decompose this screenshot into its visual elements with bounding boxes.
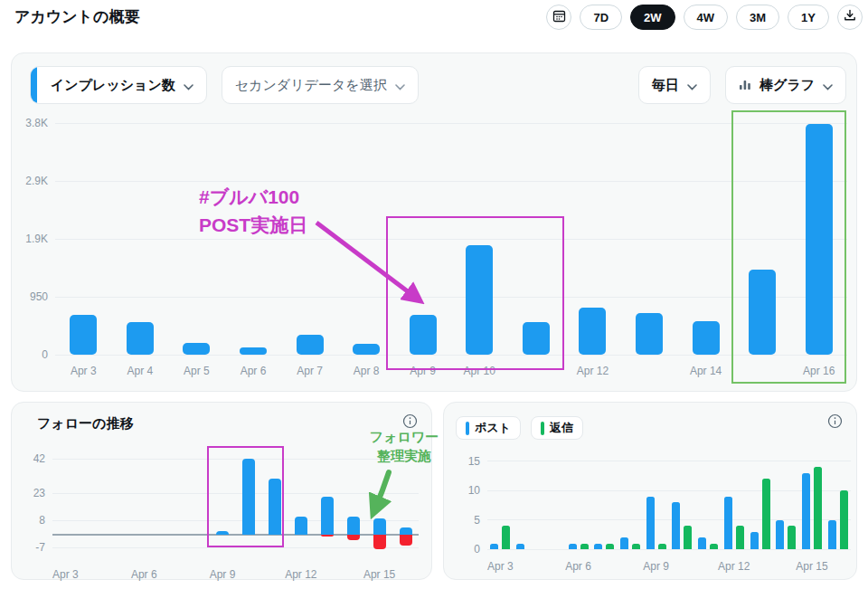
bar-posts bbox=[698, 537, 706, 549]
posts-replies-panel: ポスト 返信 051015Apr 3Apr 6Apr 9Apr 12Apr 15 bbox=[443, 402, 857, 580]
bar-follows bbox=[295, 517, 307, 535]
x-tick-label: Apr 6 bbox=[550, 560, 608, 573]
y-tick-label: 3.8K bbox=[14, 117, 48, 129]
bar-replies bbox=[658, 544, 666, 550]
gridline bbox=[52, 493, 419, 494]
bar-posts bbox=[594, 544, 602, 550]
gridline bbox=[487, 549, 851, 550]
bar-follows bbox=[400, 527, 412, 535]
range-button-4w[interactable]: 4W bbox=[684, 5, 729, 30]
bar-posts bbox=[828, 520, 836, 550]
x-tick-label: Apr 12 bbox=[272, 568, 330, 581]
bar-replies bbox=[762, 479, 770, 549]
y-tick-label: 15 bbox=[446, 455, 480, 468]
bar bbox=[693, 321, 720, 355]
bar bbox=[297, 335, 324, 355]
x-tick-label: Apr 9 bbox=[193, 568, 251, 581]
bar-replies bbox=[788, 526, 796, 549]
gridline bbox=[487, 461, 851, 461]
bar-follows bbox=[269, 479, 281, 535]
y-tick-label: 8 bbox=[11, 514, 45, 527]
bar-posts bbox=[516, 544, 524, 550]
bar-replies bbox=[580, 544, 589, 550]
zero-axis-line bbox=[52, 534, 419, 536]
gridline bbox=[55, 123, 847, 124]
bar-posts bbox=[672, 502, 680, 549]
bar-unfollows bbox=[373, 535, 386, 549]
bar-posts bbox=[490, 544, 498, 550]
bar bbox=[410, 315, 437, 355]
x-tick-label: Apr 14 bbox=[677, 365, 735, 377]
gridline bbox=[55, 355, 847, 356]
bar-follows bbox=[216, 531, 229, 535]
calendar-icon bbox=[552, 9, 566, 26]
plot-area bbox=[55, 123, 847, 355]
x-tick-label: Apr 9 bbox=[627, 560, 685, 573]
bar-posts bbox=[724, 497, 732, 550]
x-tick-label: Apr 7 bbox=[281, 365, 339, 377]
x-tick-label: Apr 3 bbox=[36, 568, 94, 581]
bar-replies bbox=[606, 544, 614, 550]
download-icon bbox=[844, 9, 856, 25]
bar-replies bbox=[502, 526, 510, 549]
x-tick-label: Apr 5 bbox=[167, 365, 225, 377]
x-tick-label: Apr 15 bbox=[783, 560, 841, 573]
bar bbox=[70, 315, 97, 355]
impressions-bar-chart: 09501.9K2.9K3.8KApr 3Apr 4Apr 5Apr 6Apr … bbox=[12, 53, 856, 391]
bar-posts bbox=[646, 497, 655, 550]
gridline bbox=[52, 459, 419, 460]
y-tick-label: 1.9K bbox=[14, 233, 48, 245]
gridline bbox=[52, 547, 419, 548]
x-tick-label: Apr 15 bbox=[351, 568, 409, 581]
bar-replies bbox=[840, 490, 848, 549]
gridline bbox=[55, 181, 847, 182]
range-button-2w[interactable]: 2W bbox=[630, 5, 675, 30]
bar-posts bbox=[620, 537, 628, 549]
date-range-toolbar: 7D 2W 4W 3M 1Y bbox=[546, 5, 863, 30]
plot-area bbox=[52, 450, 419, 556]
bar-follows bbox=[373, 518, 386, 535]
x-tick-label: Apr 3 bbox=[471, 560, 529, 573]
x-tick-label: Apr 12 bbox=[705, 560, 763, 573]
calendar-button[interactable] bbox=[546, 5, 571, 30]
page-title: アカウントの概要 bbox=[14, 6, 139, 27]
bar bbox=[183, 343, 210, 355]
y-tick-label: 0 bbox=[14, 348, 48, 361]
bar-replies bbox=[710, 544, 718, 550]
y-tick-label: 10 bbox=[446, 484, 480, 497]
bar-replies bbox=[684, 526, 692, 549]
bar-unfollows bbox=[400, 535, 412, 546]
bar-unfollows bbox=[347, 535, 360, 540]
bar-posts bbox=[569, 544, 577, 550]
bar bbox=[749, 270, 776, 355]
bar-follows bbox=[347, 517, 360, 535]
bar bbox=[806, 124, 833, 355]
y-tick-label: 2.9K bbox=[14, 175, 48, 187]
range-button-1y[interactable]: 1Y bbox=[788, 5, 829, 30]
y-tick-label: 0 bbox=[446, 543, 480, 556]
x-tick-label: Apr 6 bbox=[115, 568, 173, 581]
y-tick-label: 42 bbox=[11, 452, 45, 465]
gridline bbox=[52, 520, 419, 521]
x-tick-label: Apr 3 bbox=[54, 365, 112, 377]
y-tick-label: 5 bbox=[446, 514, 480, 527]
posts-replies-bar-chart: 051015Apr 3Apr 6Apr 9Apr 12Apr 15 bbox=[444, 403, 856, 579]
x-tick-label: Apr 16 bbox=[790, 365, 848, 377]
gridline bbox=[55, 239, 847, 240]
gridline bbox=[55, 297, 847, 298]
bar bbox=[579, 308, 606, 355]
bar-replies bbox=[632, 544, 640, 550]
y-tick-label: -7 bbox=[11, 541, 45, 554]
x-tick-label: Apr 12 bbox=[563, 365, 621, 377]
impressions-panel: インプレッション数 セカンダリデータを選択 毎日 bbox=[11, 52, 857, 392]
x-tick-label: Apr 9 bbox=[394, 365, 452, 377]
bar bbox=[636, 313, 663, 355]
range-button-3m[interactable]: 3M bbox=[736, 5, 779, 30]
range-button-7d[interactable]: 7D bbox=[580, 5, 622, 30]
bar bbox=[127, 322, 154, 355]
bar-replies bbox=[736, 526, 744, 549]
x-tick-label: Apr 6 bbox=[224, 365, 282, 377]
bar-posts bbox=[802, 473, 810, 550]
download-button[interactable] bbox=[837, 5, 863, 30]
bar bbox=[523, 322, 550, 355]
